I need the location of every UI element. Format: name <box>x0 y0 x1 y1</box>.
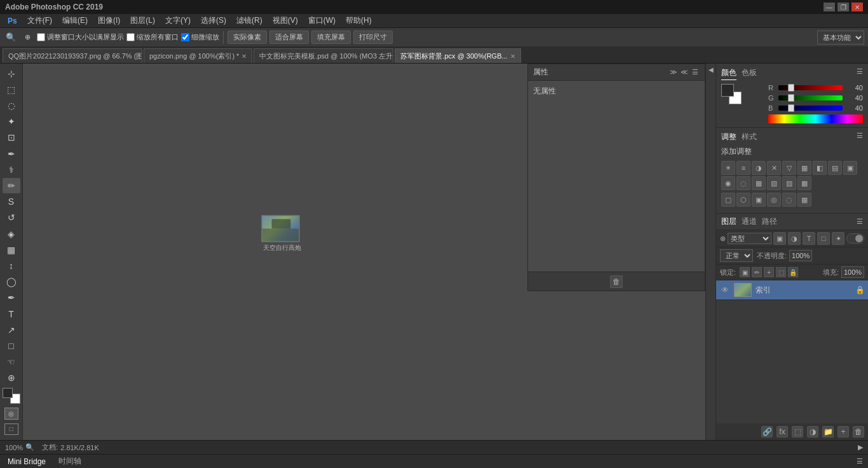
status-arrow[interactable]: ▶ <box>858 443 863 451</box>
vibrance-icon[interactable]: ▽ <box>782 161 796 175</box>
text-tool-button[interactable]: T <box>3 306 20 321</box>
colorlookup-icon[interactable]: ◌ <box>736 176 750 190</box>
zoom-tool-button[interactable]: ⊕ <box>3 371 20 385</box>
crop-tool-button[interactable]: ⊡ <box>3 130 20 145</box>
blend-mode-select[interactable]: 正常 <box>720 249 753 262</box>
eyedropper-tool-button[interactable]: ✒ <box>3 146 20 161</box>
layer-item-0[interactable]: 👁 索引 🔒 <box>716 280 868 300</box>
bw-icon[interactable]: ▤ <box>828 161 842 175</box>
adj-icon-extra3[interactable]: ▣ <box>752 193 766 207</box>
lock-transparent-button[interactable]: ▣ <box>740 267 750 277</box>
layers-panel-menu[interactable]: ☰ <box>857 217 863 226</box>
scrubby-checkbox[interactable] <box>181 33 189 41</box>
posterize-icon[interactable]: ▧ <box>767 176 781 190</box>
exposure-icon[interactable]: ✕ <box>767 161 781 175</box>
clone-stamp-tool-button[interactable]: S <box>3 195 20 209</box>
tab-paths[interactable]: 路径 <box>762 216 777 227</box>
zoom-out-button[interactable]: 🔍 <box>4 31 18 45</box>
menu-window[interactable]: 窗口(W) <box>303 14 341 27</box>
adj-icon-extra2[interactable]: ⬡ <box>736 193 750 207</box>
brush-tool-button[interactable]: ✏ <box>3 178 20 193</box>
eraser-tool-button[interactable]: ◈ <box>3 226 20 241</box>
zoom-all-checkbox-label[interactable]: 缩放所有窗口 <box>126 32 179 42</box>
b-slider[interactable] <box>778 106 843 111</box>
filter-smart-button[interactable]: ✦ <box>832 232 844 245</box>
blur-tool-button[interactable]: ↕ <box>3 258 20 273</box>
photofilter-icon[interactable]: ▣ <box>843 161 857 175</box>
layer-link-button[interactable]: 🔗 <box>761 426 773 437</box>
shape-tool-button[interactable]: □ <box>3 338 20 353</box>
bottom-collapse-button[interactable]: ☰ <box>857 457 863 465</box>
layer-group-button[interactable]: 📁 <box>822 426 834 437</box>
restore-button[interactable]: ❐ <box>837 3 849 11</box>
lock-pixels-button[interactable]: ✏ <box>752 267 762 277</box>
panel-collapse-button[interactable]: ◀ <box>707 66 714 73</box>
layer-delete-button[interactable]: 🗑 <box>853 426 864 437</box>
filter-shape-button[interactable]: □ <box>817 232 830 245</box>
fit-screen-button[interactable]: 适合屏幕 <box>269 31 309 44</box>
minimize-button[interactable]: — <box>824 3 835 11</box>
colorbalance-icon[interactable]: ◧ <box>813 161 827 175</box>
quick-select-tool-button[interactable]: ✦ <box>3 114 20 129</box>
layer-adjustment-button[interactable]: ◑ <box>807 426 818 437</box>
color-tab-swatches[interactable]: 色板 <box>742 67 757 80</box>
levels-icon[interactable]: ≡ <box>736 161 750 175</box>
lasso-tool-button[interactable]: ◌ <box>3 98 20 113</box>
lock-artboard-button[interactable]: ⬚ <box>776 267 786 277</box>
menu-ps[interactable]: Ps <box>3 15 22 27</box>
filter-adjust-button[interactable]: ◑ <box>788 232 801 245</box>
color-preview-area[interactable] <box>721 84 742 104</box>
brightness-icon[interactable]: ☀ <box>721 161 735 175</box>
color-swatches[interactable] <box>3 388 20 404</box>
fill-input[interactable] <box>841 266 864 278</box>
dodge-tool-button[interactable]: ◯ <box>3 275 20 289</box>
tab-mini-bridge[interactable]: Mini Bridge <box>5 457 48 466</box>
layer-type-filter[interactable]: 类型 <box>728 233 771 244</box>
hand-tool-button[interactable]: ☜ <box>3 355 20 369</box>
adj-icon-extra4[interactable]: ◎ <box>767 193 781 207</box>
color-spectrum[interactable] <box>768 114 863 123</box>
tab-pgz[interactable]: pgzicon.png @ 100%(索引) * ✕ <box>144 48 252 63</box>
filter-pixel-button[interactable]: ▣ <box>773 232 786 245</box>
tab-close-3[interactable]: ✕ <box>510 53 515 60</box>
curves-icon[interactable]: ◑ <box>752 161 766 175</box>
properties-collapse-button[interactable]: ≫ <box>669 68 678 77</box>
gradientmap-icon[interactable]: ▩ <box>797 176 811 190</box>
zoom-in-button[interactable]: ⊕ <box>20 31 34 45</box>
r-slider[interactable] <box>778 85 843 90</box>
layer-mask-button[interactable]: ⬚ <box>792 426 803 437</box>
tab-chinese[interactable]: 中文图标完美模板.psd @ 100% (MO3 左升级, R... ✕ <box>254 48 393 63</box>
layer-visibility-eye[interactable]: 👁 <box>720 285 730 295</box>
tab-qq[interactable]: QQ图片20221230193937.png @ 66.7% (图层 0, ..… <box>3 48 142 63</box>
properties-menu-button[interactable]: ☰ <box>691 68 700 77</box>
tab-styles[interactable]: 样式 <box>742 132 757 142</box>
tab-close-1[interactable]: ✕ <box>241 53 247 60</box>
menu-layer[interactable]: 图层(L) <box>125 14 160 27</box>
healing-brush-tool-button[interactable]: ⚕ <box>3 162 20 177</box>
history-brush-tool-button[interactable]: ↺ <box>3 210 20 225</box>
pen-tool-button[interactable]: ✒ <box>3 291 20 305</box>
adjustments-panel-menu[interactable]: ☰ <box>857 132 863 142</box>
properties-delete-button[interactable]: 🗑 <box>610 275 623 288</box>
menu-filter[interactable]: 滤镜(R) <box>231 14 268 27</box>
opacity-input[interactable] <box>789 250 812 261</box>
gradient-tool-button[interactable]: ▦ <box>3 242 20 257</box>
layer-new-button[interactable]: + <box>837 426 849 437</box>
tab-soviet[interactable]: 苏军图标背景.pcx @ 300%(RGB... ✕ <box>395 48 520 63</box>
print-size-button[interactable]: 打印尺寸 <box>353 31 393 44</box>
color-panel-menu[interactable]: ☰ <box>857 67 863 80</box>
menu-image[interactable]: 图像(I) <box>93 14 125 27</box>
channelmixer-icon[interactable]: ◉ <box>721 176 735 190</box>
workspace-select[interactable]: 基本功能 <box>817 31 864 45</box>
tab-channels[interactable]: 通道 <box>742 216 757 227</box>
adj-icon-extra1[interactable]: ▢ <box>721 193 735 207</box>
lock-all-button[interactable]: 🔒 <box>788 267 798 277</box>
filter-toggle[interactable] <box>846 233 864 244</box>
menu-select[interactable]: 选择(S) <box>196 14 231 27</box>
layer-fx-button[interactable]: fx <box>776 426 788 437</box>
marquee-tool-button[interactable]: ⬚ <box>3 82 20 97</box>
menu-help[interactable]: 帮助(H) <box>341 14 377 27</box>
adj-icon-extra5[interactable]: ◌ <box>782 193 796 207</box>
filter-text-button[interactable]: T <box>803 232 815 245</box>
tab-layers[interactable]: 图层 <box>721 216 736 227</box>
